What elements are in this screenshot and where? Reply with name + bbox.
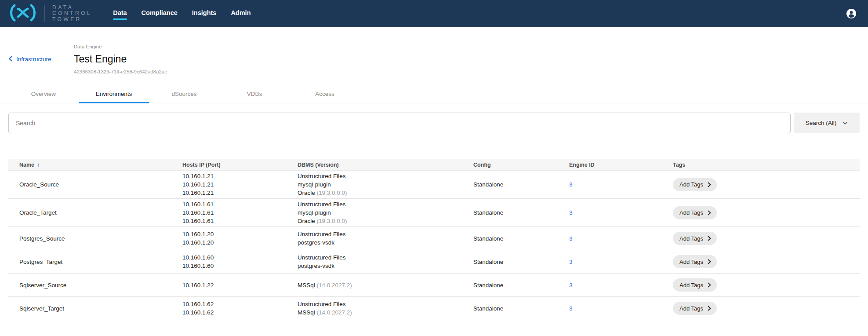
search-scope-dropdown[interactable]: Search (All) [794, 113, 860, 133]
dbms-name: MSSql [298, 282, 315, 289]
logo-wordmark-line: TOWER [52, 17, 92, 23]
cell-engine-id: 3 [569, 199, 673, 227]
column-header-tags: Tags [673, 159, 860, 171]
search-row: Search (All) [8, 113, 860, 133]
cell-dbms: Unstructured Filespostgres-vsdk [298, 250, 473, 274]
host-ip: 10.160.1.20 [182, 230, 294, 238]
cell-hosts: 10.160.1.6210.160.1.62 [182, 297, 298, 320]
add-tags-button[interactable]: Add Tags [673, 178, 717, 191]
nav-link-insights[interactable]: Insights [192, 7, 217, 20]
dbms-version: (14.0.2027.2) [315, 309, 352, 316]
dbms-line: Oracle (19.3.0.0.0) [298, 217, 470, 225]
user-account-icon[interactable] [846, 8, 857, 19]
nav-link-admin[interactable]: Admin [231, 7, 251, 20]
dbms-line: MSSql (14.0.2027.2) [298, 281, 470, 289]
dbms-name: Unstructured Files [298, 173, 346, 179]
add-tags-button[interactable]: Add Tags [673, 302, 717, 315]
column-header-name[interactable]: Name↑ [8, 159, 182, 171]
add-tags-label: Add Tags [679, 259, 703, 265]
host-ip: 10.160.1.61 [182, 208, 294, 217]
dbms-line: Unstructured Files [298, 253, 470, 262]
add-tags-button[interactable]: Add Tags [673, 278, 717, 292]
tab-dsources[interactable]: dSources [149, 86, 219, 103]
chevron-right-icon [708, 236, 711, 241]
cell-dbms: Unstructured Filespostgres-vsdk [298, 227, 473, 250]
cell-config: Standalone [473, 250, 569, 274]
tab-vdbs[interactable]: VDBs [219, 86, 290, 103]
dbms-line: MSSql (14.0.2027.2) [298, 308, 470, 317]
tab-environments[interactable]: Environments [79, 86, 149, 103]
engine-uuid: 42366308-1323-71ff-e258-9c642ad8a2ae [74, 69, 167, 74]
engine-id-link[interactable]: 3 [569, 305, 573, 312]
config-value: Standalone [473, 181, 503, 188]
engine-id-link[interactable]: 3 [569, 181, 573, 188]
dbms-name: mysql-plugin [298, 181, 331, 188]
cell-tags: Add Tags [673, 297, 860, 320]
cell-engine-id: 3 [569, 274, 673, 297]
add-tags-button[interactable]: Add Tags [673, 255, 717, 268]
host-ip: 10.160.1.62 [182, 308, 294, 317]
search-input[interactable] [8, 113, 791, 133]
dbms-line: postgres-vsdk [298, 238, 470, 247]
engine-id-link[interactable]: 3 [569, 209, 573, 216]
cell-name: Postgres_Source [8, 227, 182, 250]
dbms-name: Unstructured Files [298, 301, 346, 307]
environment-name: Sqlserver_Source [19, 282, 66, 289]
cell-tags: Add Tags [673, 250, 860, 274]
add-tags-label: Add Tags [679, 305, 703, 312]
engine-id-link[interactable]: 3 [569, 282, 573, 289]
logo-wordmark-line: CONTROL [52, 11, 92, 17]
dbms-name: Unstructured Files [298, 231, 346, 237]
table-row: Sqlserver_Target10.160.1.6210.160.1.62Un… [8, 297, 860, 320]
column-header-label: Name [19, 162, 34, 168]
dct-logo[interactable]: DATACONTROLTOWER [9, 4, 92, 23]
dbms-line: Unstructured Files [298, 200, 470, 208]
add-tags-label: Add Tags [679, 209, 703, 216]
dbms-line: Unstructured Files [298, 300, 470, 308]
cell-dbms: MSSql (14.0.2027.2) [298, 274, 473, 297]
cell-config: Standalone [473, 227, 569, 250]
nav-link-data[interactable]: Data [113, 7, 127, 20]
host-ip: 10.160.1.62 [182, 300, 294, 308]
nav-link-compliance[interactable]: Compliance [142, 7, 178, 20]
column-header-label: Config [473, 162, 491, 168]
cell-dbms: Unstructured FilesMSSql (14.0.2027.2) [298, 297, 473, 320]
dbms-name: postgres-vsdk [298, 263, 334, 269]
column-header-label: Engine ID [569, 162, 595, 168]
cell-config: Standalone [473, 171, 569, 199]
table-row: Oracle_Source10.160.1.2110.160.1.2110.16… [8, 171, 860, 199]
cell-tags: Add Tags [673, 227, 860, 250]
config-value: Standalone [473, 282, 503, 289]
dbms-version: (19.3.0.0.0) [315, 218, 347, 224]
cell-name: Postgres_Target [8, 250, 182, 274]
sort-ascending-icon: ↑ [37, 161, 40, 168]
dbms-version: (19.3.0.0.0) [315, 190, 347, 196]
config-value: Standalone [473, 259, 503, 265]
add-tags-button[interactable]: Add Tags [673, 232, 717, 245]
column-header-label: DBMS (Version) [298, 162, 339, 168]
config-value: Standalone [473, 235, 503, 242]
host-ip: 10.160.1.22 [182, 281, 294, 289]
column-header-engine-id: Engine ID [569, 159, 673, 171]
table-row: Postgres_Source10.160.1.2010.160.1.20Uns… [8, 227, 860, 250]
cell-hosts: 10.160.1.6110.160.1.6110.160.1.61 [182, 199, 298, 227]
tab-overview[interactable]: Overview [8, 86, 79, 103]
logo-wordmark-line: DATA [52, 5, 92, 11]
chevron-right-icon [708, 306, 711, 311]
environments-table: Name↑Hosts IP (Port)DBMS (Version)Config… [8, 159, 860, 320]
add-tags-button[interactable]: Add Tags [673, 206, 717, 219]
dbms-version: (14.0.2027.2) [315, 282, 352, 289]
cell-engine-id: 3 [569, 297, 673, 320]
logo-divider [44, 5, 45, 22]
back-link-infrastructure[interactable]: Infrastructure [8, 56, 74, 63]
add-tags-label: Add Tags [679, 181, 703, 188]
column-header-label: Tags [673, 162, 685, 168]
cell-name: Sqlserver_Source [8, 274, 182, 297]
dbms-line: Unstructured Files [298, 172, 470, 180]
engine-id-link[interactable]: 3 [569, 235, 573, 242]
engine-id-link[interactable]: 3 [569, 259, 573, 265]
cell-tags: Add Tags [673, 171, 860, 199]
cell-name: Oracle_Target [8, 199, 182, 227]
tab-access[interactable]: Access [290, 86, 360, 103]
config-value: Standalone [473, 209, 503, 216]
